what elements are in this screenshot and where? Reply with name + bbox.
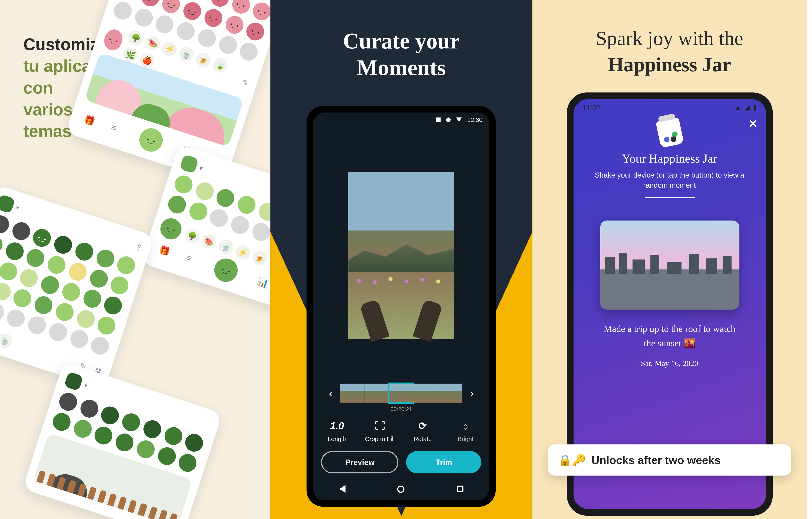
frame-prev-button[interactable]: ‹	[323, 387, 338, 400]
theme-card-olive[interactable]: ▾	[22, 362, 223, 519]
timecode: 00:20:21	[313, 406, 489, 412]
brightness-icon: ☼	[461, 420, 470, 432]
chip-icon[interactable]: ⚡	[234, 243, 252, 262]
jar-icon	[655, 117, 684, 148]
video-thumb[interactable]	[365, 384, 389, 403]
chip-icon[interactable]: 🍃	[211, 56, 229, 74]
length-tool[interactable]: 1.0 Length	[319, 420, 355, 442]
status-bar: 12:30	[313, 112, 489, 127]
trim-button[interactable]: Trim	[406, 451, 482, 473]
video-thumb[interactable]	[438, 384, 463, 403]
status-time: 12:30	[467, 116, 483, 123]
month-picker[interactable]	[64, 372, 84, 391]
video-preview[interactable]	[313, 127, 489, 384]
length-label: Length	[328, 435, 347, 442]
theme-card-green[interactable]: ▾ ⇪ •‿• 🌳 🍉 🍵 ⚡ 🍺 🍃 ✎	[141, 144, 270, 315]
chip-icon[interactable]: ⚡	[161, 39, 179, 58]
chip-icon[interactable]: 🍃	[268, 254, 270, 272]
month-picker[interactable]	[179, 154, 199, 174]
rotate-icon: ⟳	[418, 420, 427, 432]
share-icon[interactable]: ⇪	[134, 241, 144, 253]
divider	[644, 197, 695, 198]
jar-title: Your Happiness Jar	[583, 152, 756, 166]
chip-icon[interactable]: 🌳	[183, 227, 201, 245]
right-title-l2: Happiness Jar	[532, 52, 807, 78]
chip-icon[interactable]: 🍺	[251, 249, 269, 267]
center-title-l2: Moments	[270, 55, 532, 81]
stats-icon[interactable]: 📊	[253, 272, 270, 292]
list-icon[interactable]: ≡	[179, 248, 199, 268]
center-panel: Curate your Moments 12:30	[270, 0, 532, 519]
left-panel: Customizar tu aplicación con varios tema…	[0, 0, 270, 519]
lock-key-icon: 🔒🔑	[558, 454, 586, 467]
status-bar: 11:02 ▲ ◢ ▮	[573, 99, 766, 116]
unlock-banner: 🔒🔑 Unlocks after two weeks	[548, 444, 791, 475]
brightness-label: Bright	[458, 435, 474, 442]
tool-row: 1.0 Length ⛶ Crop to Fill ⟳ Rotate ☼ Bri…	[313, 418, 489, 442]
crop-label: Crop to Fill	[365, 435, 395, 442]
chip-icon[interactable]: 🌳	[127, 29, 145, 47]
status-time: 11:02	[582, 103, 600, 112]
jar-subtitle: Shake your device (or tap the button) to…	[594, 170, 745, 191]
today-bubble[interactable]: •‿•	[102, 27, 125, 53]
add-today-button[interactable]: •‿•	[136, 125, 166, 155]
nav-recent-icon[interactable]	[457, 486, 463, 492]
close-button[interactable]: ✕	[748, 117, 758, 131]
right-title: Spark joy with the Happiness Jar	[532, 26, 807, 78]
crop-tool[interactable]: ⛶ Crop to Fill	[362, 420, 398, 442]
center-title: Curate your Moments	[270, 28, 532, 81]
frame-strip: ‹ ›	[313, 384, 489, 403]
moment-date: Sat, May 16, 2020	[641, 359, 698, 368]
length-value: 1.0	[330, 420, 344, 432]
status-dot-icon	[446, 117, 451, 122]
center-title-l1: Curate your	[270, 28, 532, 55]
chip-icon[interactable]: 🍺	[194, 51, 212, 69]
chip-icon[interactable]: 🍉	[144, 34, 162, 52]
wifi-icon: ▲	[734, 104, 741, 111]
brightness-tool[interactable]: ☼ Bright	[448, 420, 484, 442]
chip-icon[interactable]: 🍵	[0, 331, 14, 350]
moment-caption: Made a trip up to the roof to watch the …	[597, 322, 742, 351]
unlock-text: Unlocks after two weeks	[591, 454, 721, 466]
gift-icon[interactable]: 🎁	[155, 241, 174, 260]
rotate-label: Rotate	[414, 435, 432, 442]
status-square-icon	[436, 117, 440, 122]
status-signal-icon	[456, 117, 462, 122]
theme-card-cats[interactable]: ▾ ⇪ •‿• •‿• 🍺 🍵 ✎ 🗑	[0, 184, 154, 389]
frame-next-button[interactable]: ›	[465, 387, 479, 400]
preview-button[interactable]: Preview	[321, 451, 399, 473]
battery-icon: ▮	[753, 104, 757, 111]
moment-image	[600, 221, 739, 310]
chip-icon[interactable]: 🍵	[217, 238, 235, 256]
chip-icon[interactable]: 🍉	[200, 232, 218, 250]
month-picker[interactable]	[0, 194, 16, 214]
phone-mockup: 12:30 ‹	[307, 106, 496, 507]
video-thumb-selected[interactable]	[389, 384, 414, 403]
video-thumb[interactable]	[340, 384, 365, 403]
list-icon[interactable]: ≡	[104, 118, 124, 138]
nav-home-icon[interactable]	[397, 485, 405, 493]
jar-header: ✕ Your Happiness Jar Shake your device (…	[573, 116, 766, 205]
signal-icon: ◢	[745, 104, 750, 111]
edit-icon[interactable]: ✎	[241, 78, 250, 88]
video-frame	[348, 172, 454, 339]
theme-card-pink[interactable]: •‿••‿••‿••‿••‿••‿••‿• •‿••‿••‿••‿•16•‿••…	[65, 0, 270, 184]
gift-icon[interactable]: 🎁	[80, 110, 99, 130]
right-panel: Spark joy with the Happiness Jar 11:02 ▲…	[532, 0, 807, 519]
right-title-l1: Spark joy with the	[532, 26, 807, 52]
moment-card[interactable]: Made a trip up to the roof to watch the …	[585, 221, 754, 368]
chip-icon[interactable]: 🍵	[177, 45, 196, 63]
nav-back-icon[interactable]	[339, 485, 346, 493]
rotate-tool[interactable]: ⟳ Rotate	[405, 420, 440, 442]
video-thumb[interactable]	[414, 384, 438, 403]
android-navbar	[313, 478, 489, 500]
crop-icon: ⛶	[375, 420, 385, 432]
